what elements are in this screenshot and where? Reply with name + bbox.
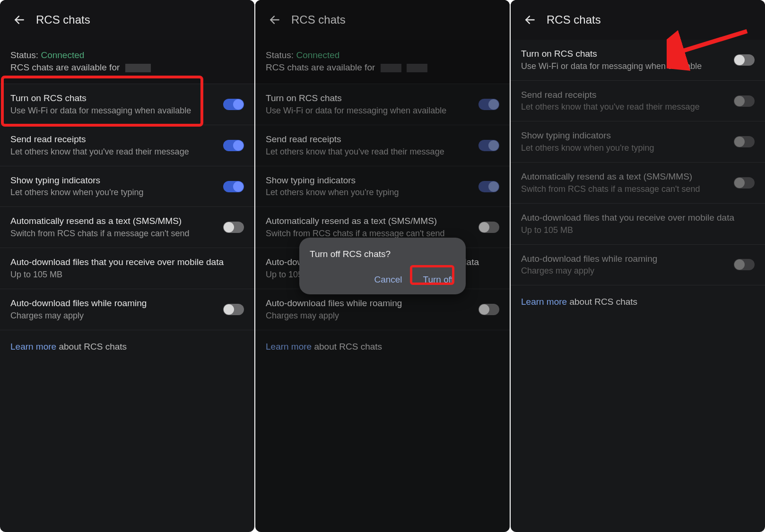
row-title: Automatically resend as a text (SMS/MMS)	[521, 171, 727, 183]
row-sub: Up to 105 MB	[10, 269, 244, 280]
redacted-number	[125, 64, 151, 72]
toggle-roaming-download[interactable]	[223, 304, 244, 315]
row-turn-on-rcs[interactable]: Turn on RCS chats Use Wi-Fi or data for …	[511, 40, 765, 81]
row-sub: Up to 105 MB	[521, 225, 755, 236]
row-title: Send read receipts	[521, 89, 727, 101]
row-auto-resend[interactable]: Automatically resend as a text (SMS/MMS)…	[0, 207, 254, 248]
topbar: RCS chats	[0, 0, 254, 40]
row-sub: Charges may apply	[521, 266, 727, 276]
toggle-turn-on-rcs[interactable]	[734, 54, 755, 66]
row-title: Auto-download files that you receive ove…	[10, 257, 244, 268]
dialog-overlay: Turn off RCS chats? Cancel Turn off	[255, 0, 510, 532]
learn-more-rest: about RCS chats	[567, 297, 637, 307]
row-title: Auto-download files while roaming	[10, 298, 217, 309]
settings-list: Turn on RCS chats Use Wi-Fi or data for …	[511, 40, 765, 532]
topbar: RCS chats	[511, 0, 765, 40]
toggle-auto-resend[interactable]	[223, 222, 244, 233]
row-roaming-download[interactable]: Auto-download files while roaming Charge…	[0, 289, 254, 330]
status-sub: RCS chats are available for	[10, 62, 120, 72]
row-sub: Let others know when you're typing	[521, 143, 727, 154]
toggle-typing-indicators[interactable]	[223, 181, 244, 192]
turn-off-button[interactable]: Turn off	[421, 274, 455, 286]
panel-3: RCS chats Turn on RCS chats Use Wi-Fi or…	[511, 0, 765, 532]
toggle-typing-indicators	[734, 136, 755, 147]
row-title: Auto-download files that you receive ove…	[521, 212, 755, 224]
row-title: Auto-download files while roaming	[521, 253, 727, 265]
learn-more-rest: about RCS chats	[56, 342, 127, 352]
row-typing-indicators[interactable]: Show typing indicators Let others know w…	[0, 166, 254, 207]
row-title: Automatically resend as a text (SMS/MMS)	[10, 215, 217, 227]
row-sub: Let others know that you've read their m…	[10, 146, 217, 157]
row-sub: Switch from RCS chats if a message can't…	[10, 228, 217, 239]
row-sub: Let others know that you've read their m…	[521, 102, 727, 112]
row-sub: Let others know when you're typing	[10, 187, 217, 198]
status-value: Connected	[41, 50, 84, 60]
learn-more-row[interactable]: Learn more about RCS chats	[511, 285, 765, 318]
row-title: Show typing indicators	[521, 130, 727, 142]
row-sub: Charges may apply	[10, 310, 217, 321]
learn-more-row[interactable]: Learn more about RCS chats	[0, 330, 254, 363]
row-roaming-download: Auto-download files while roaming Charge…	[511, 245, 765, 286]
panel-2: RCS chats Status: Connected RCS chats ar…	[255, 0, 510, 532]
row-sub: Use Wi-Fi or data for messaging when ava…	[521, 61, 727, 72]
toggle-read-receipts[interactable]	[223, 140, 244, 151]
row-read-receipts[interactable]: Send read receipts Let others know that …	[0, 125, 254, 166]
row-turn-on-rcs[interactable]: Turn on RCS chats Use Wi-Fi or data for …	[0, 84, 254, 125]
settings-list: Status: Connected RCS chats are availabl…	[0, 40, 254, 532]
cancel-button[interactable]: Cancel	[372, 274, 404, 286]
row-typing-indicators: Show typing indicators Let others know w…	[511, 121, 765, 163]
learn-more-link[interactable]: Learn more	[521, 297, 567, 307]
back-icon[interactable]	[524, 14, 536, 26]
status-label: Status:	[10, 50, 38, 60]
row-read-receipts: Send read receipts Let others know that …	[511, 81, 765, 122]
page-title: RCS chats	[547, 13, 601, 26]
confirm-dialog: Turn off RCS chats? Cancel Turn off	[299, 238, 466, 294]
dialog-title: Turn off RCS chats?	[310, 249, 455, 259]
row-title: Send read receipts	[10, 134, 217, 146]
page-title: RCS chats	[36, 13, 90, 26]
learn-more-link[interactable]: Learn more	[10, 342, 56, 352]
row-auto-download[interactable]: Auto-download files that you receive ove…	[0, 248, 254, 289]
row-auto-download: Auto-download files that you receive ove…	[511, 204, 765, 245]
row-sub: Use Wi-Fi or data for messaging when ava…	[10, 105, 217, 116]
toggle-auto-resend	[734, 177, 755, 189]
toggle-turn-on-rcs[interactable]	[223, 99, 244, 110]
row-title: Turn on RCS chats	[10, 93, 217, 104]
status-block: Status: Connected RCS chats are availabl…	[0, 40, 254, 84]
back-icon[interactable]	[13, 14, 26, 26]
row-title: Show typing indicators	[10, 175, 217, 187]
toggle-roaming-download	[734, 259, 755, 270]
panel-1: RCS chats Status: Connected RCS chats ar…	[0, 0, 254, 532]
row-sub: Switch from RCS chats if a message can't…	[521, 184, 727, 195]
toggle-read-receipts	[734, 95, 755, 107]
row-auto-resend: Automatically resend as a text (SMS/MMS)…	[511, 163, 765, 204]
row-title: Turn on RCS chats	[521, 48, 727, 60]
